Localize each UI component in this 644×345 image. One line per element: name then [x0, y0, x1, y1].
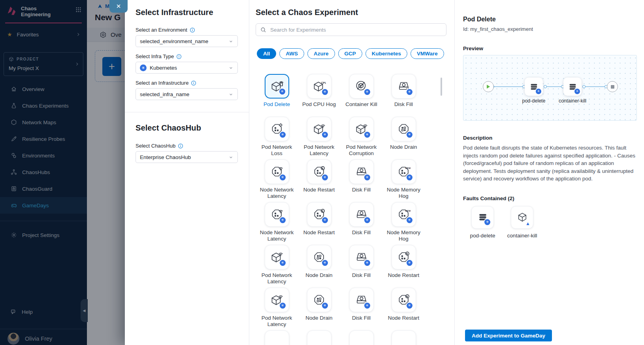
kubernetes-icon: ✳	[140, 64, 147, 71]
experiment-card-label: Node Drain	[390, 144, 417, 150]
experiment-card-node-drain[interactable]: ✳	[307, 288, 331, 312]
pipeline-end-node[interactable]	[607, 81, 618, 92]
fault-label: container-kill	[507, 233, 537, 239]
experiment-card-label: Node Restart	[303, 187, 335, 193]
experiment-id: Id: my_first_chaos_experiment	[463, 26, 637, 32]
experiment-card-node-restart[interactable]: ✳	[307, 159, 331, 184]
experiment-card-node-network-latency[interactable]: ✳	[265, 202, 289, 227]
experiment-cell: ✳Disk Fill	[340, 159, 382, 202]
experiment-cell: ✳Node Restart	[298, 202, 340, 245]
filter-pill-azure[interactable]: Azure	[307, 48, 335, 59]
pipeline-edge	[545, 86, 563, 87]
faults-row: ✳pod-delete▲container-kill	[463, 206, 637, 239]
infrastructure-panel: Select Infrastructure Select an Environm…	[125, 0, 249, 345]
experiment-card-disk-fill[interactable]: ✳	[392, 74, 416, 99]
experiment-card-container-kill[interactable]: ✳	[349, 74, 374, 99]
experiment-card-node-memory-hog[interactable]: MEM✳	[392, 159, 416, 184]
infrastructure-select[interactable]: selected_infra_name	[136, 88, 238, 100]
pipeline-start-node[interactable]	[483, 81, 494, 92]
info-icon[interactable]	[176, 54, 182, 59]
chevron-down-icon	[228, 39, 233, 44]
experiment-card-partial[interactable]	[265, 330, 289, 345]
pipeline-node-label: pod-delete	[522, 98, 545, 104]
experiment-card-node-drain[interactable]: ✳	[392, 117, 416, 141]
info-icon[interactable]	[191, 80, 196, 86]
experiment-card-node-restart[interactable]: ✳	[392, 245, 416, 269]
experiment-cell: ✳Disk Fill	[340, 245, 382, 288]
pipeline-node-container-kill[interactable]: ✳	[563, 78, 582, 96]
search-input[interactable]	[269, 27, 442, 33]
experiment-card-pod-network-latency[interactable]: ✳	[307, 117, 331, 141]
fault-card-pod-delete[interactable]: ✳	[471, 206, 494, 229]
experiment-card-label: Pod Delete	[264, 101, 290, 108]
pipeline-preview-canvas: ✳ pod-delete ✳ container-kill	[463, 55, 637, 121]
pipeline-connector-dot	[582, 85, 586, 88]
kubernetes-badge-icon: ✳	[322, 89, 328, 95]
experiment-cell: ✳Pod Network Latency	[256, 245, 298, 288]
select-experiment-modal: ✕ Select Infrastructure Select an Enviro…	[125, 0, 644, 345]
kubernetes-badge-icon: ✳	[364, 303, 370, 309]
experiment-card-label: Node Restart	[303, 229, 335, 236]
infra-type-select[interactable]: ✳ Kubernetes	[136, 62, 238, 74]
fault-label: pod-delete	[470, 233, 495, 239]
experiment-card-partial[interactable]	[349, 330, 374, 345]
experiment-card-pod-network-latency[interactable]: ✳	[265, 245, 289, 269]
kubernetes-badge-icon: ✳	[364, 260, 370, 266]
experiment-card-label: Disk Fill	[352, 229, 371, 236]
experiment-cell: ✳Pod Network Latency	[256, 288, 298, 330]
experiment-card-disk-fill[interactable]: ✳	[349, 288, 374, 312]
stop-icon	[611, 85, 614, 89]
experiment-card-node-restart[interactable]: ✳	[392, 288, 416, 312]
infrastructure-label: Select an Infrastructure	[136, 80, 238, 86]
kubernetes-badge-icon: ✳	[280, 217, 286, 223]
kubernetes-badge-icon: ✳	[407, 260, 412, 266]
experiment-card-node-drain[interactable]: ✳	[307, 245, 331, 269]
modal-backdrop[interactable]	[0, 0, 125, 345]
experiment-card-disk-fill[interactable]: ✳	[349, 202, 374, 227]
filter-pill-all[interactable]: All	[257, 48, 276, 59]
kubernetes-badge-icon: ✳	[364, 132, 370, 138]
experiment-card-label: Disk Fill	[352, 272, 371, 279]
experiment-card-partial[interactable]	[307, 330, 331, 345]
chaoshub-title: Select ChaosHub	[136, 123, 238, 133]
chevron-down-icon	[228, 155, 233, 160]
experiment-card-node-memory-hog[interactable]: MEM✳	[392, 202, 416, 227]
experiment-card-pod-network-loss[interactable]: ✳	[265, 117, 289, 141]
fault-card-container-kill[interactable]: ▲	[511, 206, 533, 229]
add-experiment-to-gameday-button[interactable]: Add Experiment to GameDay	[465, 330, 552, 341]
kubernetes-badge-icon: ✳	[280, 303, 286, 309]
experiment-card-node-restart[interactable]: ✳	[307, 202, 331, 227]
kubernetes-badge-icon: ✳	[484, 219, 490, 225]
scrollbar-thumb[interactable]	[441, 78, 442, 96]
experiment-cell: ✳Node Restart	[382, 245, 425, 288]
experiment-card-pod-cpu-hog[interactable]: CPU✳	[307, 74, 331, 99]
experiment-card-pod-delete[interactable]: ✳	[265, 74, 289, 99]
experiment-card-partial[interactable]	[392, 330, 416, 345]
kubernetes-badge-icon: ✳	[280, 260, 286, 266]
pipeline-connector-dot	[544, 85, 547, 88]
environment-select[interactable]: selected_environment_name	[136, 35, 238, 47]
chaoshub-label: Select ChaosHub	[136, 143, 238, 149]
experiment-card-disk-fill[interactable]: ✳	[349, 245, 374, 269]
alert-badge-icon: ▲	[525, 221, 530, 226]
filter-pill-kubernetes[interactable]: Kubernetes	[365, 48, 407, 59]
chaoshub-select[interactable]: Enterprise ChaosHub	[136, 151, 238, 163]
experiment-card-disk-fill[interactable]: ✳	[349, 159, 374, 184]
experiment-card-label: Pod Network Latency	[299, 144, 340, 157]
filter-pill-aws[interactable]: AWS	[279, 48, 304, 59]
experiment-card-pod-network-corruption[interactable]: ✳	[349, 117, 374, 141]
experiment-cell: ✳Disk Fill	[382, 74, 425, 117]
experiment-cell: ✳Node Network Latency	[256, 202, 298, 245]
close-icon[interactable]: ✕	[109, 0, 128, 13]
info-icon[interactable]	[178, 143, 183, 149]
screen: My Proj New G Ove + Chaos Engineering	[0, 0, 644, 345]
experiment-card-pod-network-latency[interactable]: ✳	[265, 288, 289, 312]
filter-pill-gcp[interactable]: GCP	[338, 48, 362, 59]
faults-label: Faults Contained (2)	[463, 195, 637, 201]
experiment-card-label: Node Drain	[305, 272, 332, 279]
info-icon[interactable]	[190, 27, 195, 33]
pipeline-node-pod-delete[interactable]: ✳	[525, 78, 543, 96]
experiment-search	[256, 23, 446, 36]
experiment-card-node-network-latency[interactable]: ✳	[265, 159, 289, 184]
filter-pill-vmware[interactable]: VMWare	[411, 48, 444, 59]
